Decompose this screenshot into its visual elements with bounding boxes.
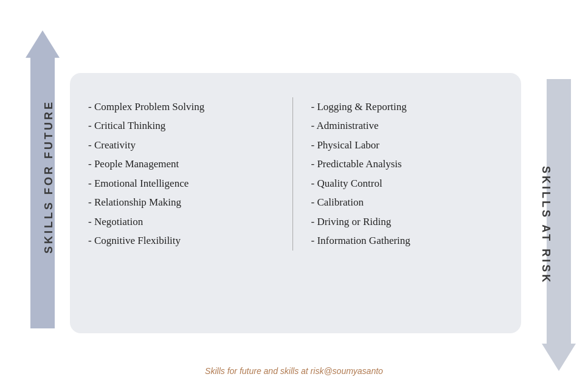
content-box: - Complex Problem Solving- Critical Thin… [70, 73, 521, 333]
right-arrow-label-container: SKILLS AT RISK [515, 79, 576, 371]
right-skill-item: - Physical Labor [311, 136, 503, 154]
right-skill-item: - Logging & Reporting [311, 97, 503, 116]
left-skill-item: - Cognitive Flexibility [88, 231, 280, 250]
left-skill-item: - Critical Thinking [88, 116, 280, 135]
left-skill-item: - Emotional Intelligence [88, 174, 280, 193]
left-skills-column: - Complex Problem Solving- Critical Thin… [88, 97, 293, 251]
right-skill-item: - Driving or Riding [311, 212, 503, 231]
left-skill-item: - Negotiation [88, 212, 280, 231]
left-skill-item: - Complex Problem Solving [88, 97, 280, 116]
right-skill-item: - Administrative [311, 116, 503, 135]
footer-text: Skills for future and skills at risk@sou… [0, 366, 588, 376]
right-arrow-text: SKILLS AT RISK [539, 166, 552, 285]
right-skills-column: - Logging & Reporting- Administrative- P… [293, 97, 503, 251]
right-skill-item: - Quality Control [311, 174, 503, 193]
left-skill-item: - Relationship Making [88, 193, 280, 212]
left-skill-item: - Creativity [88, 136, 280, 154]
right-skill-item: - Predictable Analysis [311, 154, 503, 173]
right-skill-item: - Information Gathering [311, 231, 503, 250]
main-container: SKILLS FOR FUTURE SKILLS AT RISK - Compl… [0, 0, 588, 388]
left-arrow-text: SKILLS FOR FUTURE [43, 100, 55, 254]
right-skill-item: - Calibration [311, 193, 503, 212]
left-skill-item: - People Management [88, 154, 280, 173]
